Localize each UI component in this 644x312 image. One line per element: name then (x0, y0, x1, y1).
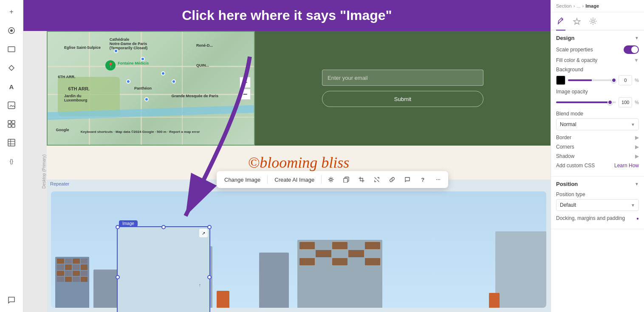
cursor-indicator: ↑ (199, 283, 201, 287)
blend-mode-label: Blend mode (556, 111, 639, 117)
background-opacity-input[interactable] (619, 75, 632, 85)
building-1 (55, 257, 89, 308)
map-mosque-label: Grande Mosquée de Paris (172, 94, 219, 98)
scale-toggle[interactable] (624, 45, 639, 54)
repeater-label: Repeater (50, 181, 69, 186)
image-opacity-pct: % (635, 100, 639, 105)
crop-toolbar-button[interactable] (356, 174, 367, 186)
breadcrumb-current: Image (585, 3, 599, 8)
layers-icon[interactable] (4, 23, 19, 38)
components-icon[interactable] (4, 116, 19, 132)
toolbar-divider-2 (321, 175, 322, 184)
table-icon[interactable] (4, 135, 19, 150)
image-element-label[interactable]: Image (119, 220, 138, 227)
link-toolbar-button[interactable] (386, 174, 398, 186)
fill-color-row[interactable]: Fill color & opacity ▼ (556, 57, 639, 63)
image-opacity-slider[interactable] (556, 101, 616, 103)
pages-icon[interactable] (4, 42, 19, 57)
background-opacity-slider[interactable] (568, 79, 616, 81)
background-pct-label: % (635, 78, 639, 83)
map-background: Eglise Saint-Sulpice CathédraleNotre-Dam… (48, 32, 254, 145)
comment-toolbar-button[interactable] (401, 174, 413, 186)
shadow-row[interactable]: Shadow ▶ (556, 153, 639, 159)
learn-how-link[interactable]: Learn How (614, 163, 639, 169)
code-icon[interactable]: {} (4, 154, 19, 169)
map-google-label: Google (56, 128, 69, 132)
email-input[interactable]: Enter your email (322, 70, 483, 86)
right-panel: Section › ... › Image Design ▼ Scale pro… (551, 0, 644, 312)
background-color-swatch[interactable] (556, 76, 565, 85)
breadcrumb-separator-2: › (582, 3, 584, 8)
typography-icon[interactable]: A (4, 79, 19, 94)
selected-image-element[interactable]: ↗ ↑ (117, 226, 210, 312)
fill-color-arrow: ▼ (634, 57, 639, 63)
corners-label: Corners (556, 144, 574, 150)
map-district-label: 6TH ARR. (58, 75, 75, 79)
fontaine-label: Fontaine Médicis (118, 61, 149, 65)
fontaine-pin: 📍 (105, 60, 116, 70)
annotation-text: Click here where it says "Image" (182, 8, 392, 23)
custom-css-label: Add custom CSS (556, 163, 595, 169)
map-container: Eglise Saint-Sulpice CathédraleNotre-Dam… (47, 31, 255, 146)
elements-icon[interactable] (4, 60, 19, 76)
svg-rect-14 (344, 178, 347, 183)
docking-row[interactable]: Docking, margins and padding ● (556, 215, 639, 221)
create-ai-image-button[interactable]: Create AI Image (271, 175, 318, 185)
zoom-in-button[interactable]: + (240, 77, 251, 88)
left-sidebar: + A {} (0, 0, 23, 312)
svg-rect-4 (8, 121, 11, 124)
blend-mode-select[interactable]: Normal ▼ (556, 118, 639, 130)
position-type-select[interactable]: Default ▼ (556, 199, 639, 211)
position-expand-icon[interactable]: ▼ (635, 182, 639, 186)
resize-handle-tc[interactable] (161, 225, 166, 229)
custom-css-row: Add custom CSS Learn How (556, 163, 639, 169)
more-toolbar-button[interactable]: ··· (432, 174, 444, 186)
chat-icon[interactable] (4, 292, 19, 308)
corners-row[interactable]: Corners ▶ (556, 144, 639, 150)
map-cathedral-label: CathédraleNotre-Dame de Paris(Temporaril… (110, 37, 147, 50)
zoom-out-button[interactable]: − (240, 89, 251, 100)
svg-point-12 (330, 179, 332, 181)
tab-settings[interactable] (588, 15, 598, 31)
tab-design[interactable] (556, 15, 565, 31)
toolbar-divider-1 (267, 175, 268, 184)
media-icon[interactable] (4, 98, 19, 113)
map-pantheon-label: Panthéon (134, 86, 152, 90)
annotation-banner: Click here where it says "Image" (23, 0, 551, 31)
resize-handle-ml[interactable] (116, 275, 120, 279)
map-church-label: Eglise Saint-Sulpice (64, 45, 101, 50)
resize-toolbar-button[interactable] (371, 174, 383, 186)
map-pin-6 (144, 97, 149, 101)
change-image-button[interactable]: Change Image (221, 175, 264, 185)
submit-button[interactable]: Submit (322, 91, 483, 107)
corners-arrow: ▶ (635, 144, 639, 150)
svg-rect-2 (8, 47, 15, 52)
breadcrumb: Section › ... › Image (551, 0, 644, 12)
background-label: Background (556, 67, 639, 73)
svg-point-16 (592, 20, 594, 22)
position-title: Position (556, 181, 578, 187)
fill-color-label: Fill color & opacity (556, 57, 597, 63)
design-header: Design ▼ (556, 35, 639, 41)
scale-properties-row: Scale properties (556, 45, 639, 54)
resize-handle-tr[interactable] (207, 225, 212, 229)
repeater-section: Repeater Image (47, 180, 551, 312)
design-section: Design ▼ Scale properties Fill color & o… (551, 31, 644, 177)
map-jardin-label: Jardin duLuxembourg (64, 94, 88, 102)
zoom-controls: + − (240, 77, 251, 100)
help-toolbar-button[interactable]: ? (417, 174, 429, 186)
svg-rect-6 (8, 124, 11, 127)
resize-handle-mr[interactable] (207, 275, 212, 279)
tab-animate[interactable] (572, 15, 582, 31)
shadow-arrow: ▶ (635, 153, 639, 159)
design-expand-icon[interactable]: ▼ (635, 36, 639, 40)
position-type-label: Position type (556, 191, 639, 197)
copy-toolbar-button[interactable] (340, 174, 352, 186)
settings-toolbar-button[interactable] (325, 174, 337, 186)
map-pin-4 (126, 79, 130, 84)
image-opacity-input[interactable] (619, 97, 632, 107)
map-pin-2 (141, 57, 145, 61)
border-row[interactable]: Border ▶ (556, 135, 639, 141)
add-button[interactable]: + (4, 4, 19, 20)
expand-icon[interactable]: ↗ (199, 229, 208, 237)
